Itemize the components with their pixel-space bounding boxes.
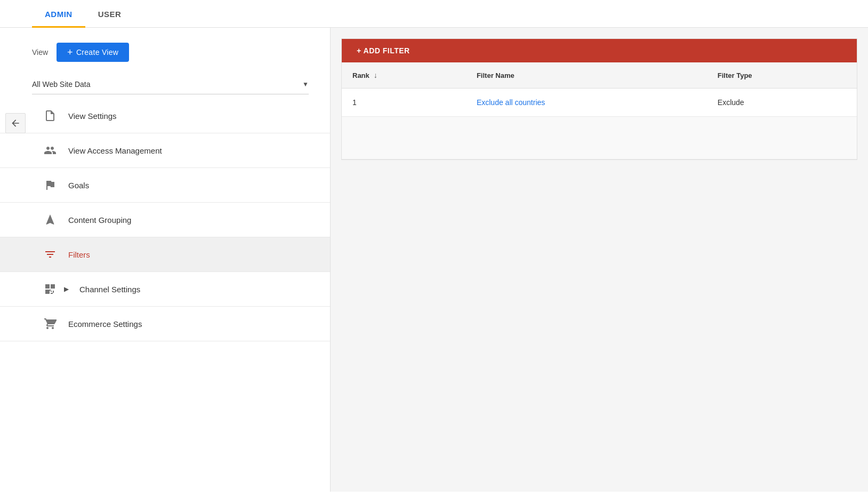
sidebar-item-goals[interactable]: Goals	[0, 168, 330, 203]
main-layout: View + Create View All Web Site Data ▼	[0, 28, 868, 492]
sidebar-item-ecommerce-settings-label: Ecommerce Settings	[68, 319, 142, 329]
flag-icon	[43, 178, 58, 193]
top-tabs: ADMIN USER	[0, 0, 868, 28]
dropdown-row: All Web Site Data ▼	[0, 75, 330, 94]
create-view-button[interactable]: + Create View	[57, 43, 129, 62]
filter-type-cell: Exclude	[707, 89, 857, 117]
tab-admin[interactable]: ADMIN	[32, 0, 85, 28]
expand-icon: ▶	[64, 285, 69, 293]
plus-icon: +	[67, 47, 73, 57]
sidebar-item-filters[interactable]: Filters	[0, 237, 330, 272]
sidebar-nav: View Settings View Access Management	[0, 99, 330, 341]
view-row: View + Create View	[0, 28, 330, 75]
sidebar-item-ecommerce-settings[interactable]: Ecommerce Settings	[0, 307, 330, 341]
table-header: Rank ↓ Filter Name Filter Type	[342, 62, 857, 89]
dropdown-selected-value: All Web Site Data	[32, 75, 302, 94]
table-row: 1 Exclude all countries Exclude	[342, 89, 857, 117]
sidebar-item-channel-settings-label: Channel Settings	[79, 285, 140, 294]
view-label: View	[32, 48, 48, 57]
sidebar-item-filters-label: Filters	[68, 250, 90, 259]
add-filter-button[interactable]: + ADD FILTER	[342, 39, 857, 62]
filter-icon	[43, 247, 58, 262]
empty-row	[342, 117, 857, 159]
filter-type-column-header: Filter Type	[707, 62, 857, 89]
document-icon	[43, 108, 58, 123]
create-view-label: Create View	[76, 48, 118, 57]
filter-name-cell: Exclude all countries	[466, 89, 707, 117]
table-body: 1 Exclude all countries Exclude	[342, 89, 857, 159]
sidebar-item-content-grouping[interactable]: Content Grouping	[0, 203, 330, 237]
filter-name-link[interactable]: Exclude all countries	[477, 98, 545, 107]
back-button[interactable]	[5, 113, 26, 133]
sidebar-item-view-access-management-label: View Access Management	[68, 146, 162, 155]
sidebar: View + Create View All Web Site Data ▼	[0, 28, 331, 492]
content-area: + ADD FILTER Rank ↓ Filter Name Filter T…	[331, 28, 868, 492]
sort-icon: ↓	[374, 71, 377, 79]
chevron-down-icon: ▼	[302, 81, 309, 88]
sidebar-item-content-grouping-label: Content Grouping	[68, 215, 131, 225]
sidebar-item-view-settings-label: View Settings	[68, 111, 117, 121]
sidebar-item-goals-label: Goals	[68, 181, 89, 190]
sidebar-item-channel-settings[interactable]: ▶ Channel Settings	[0, 272, 330, 307]
rank-column-header[interactable]: Rank ↓	[342, 62, 466, 89]
channel-icon	[43, 282, 58, 297]
content-grouping-icon	[43, 212, 58, 227]
rank-cell: 1	[342, 89, 466, 117]
cart-icon	[43, 316, 58, 331]
tab-user[interactable]: USER	[85, 0, 134, 28]
filter-name-column-header: Filter Name	[466, 62, 707, 89]
filter-table: Rank ↓ Filter Name Filter Type 1 Exclude…	[342, 62, 857, 159]
view-dropdown[interactable]: All Web Site Data ▼	[32, 75, 309, 94]
filter-table-container: + ADD FILTER Rank ↓ Filter Name Filter T…	[341, 38, 857, 160]
sidebar-item-view-settings[interactable]: View Settings	[0, 99, 330, 133]
people-icon	[43, 143, 58, 158]
sidebar-item-view-access-management[interactable]: View Access Management	[0, 133, 330, 168]
